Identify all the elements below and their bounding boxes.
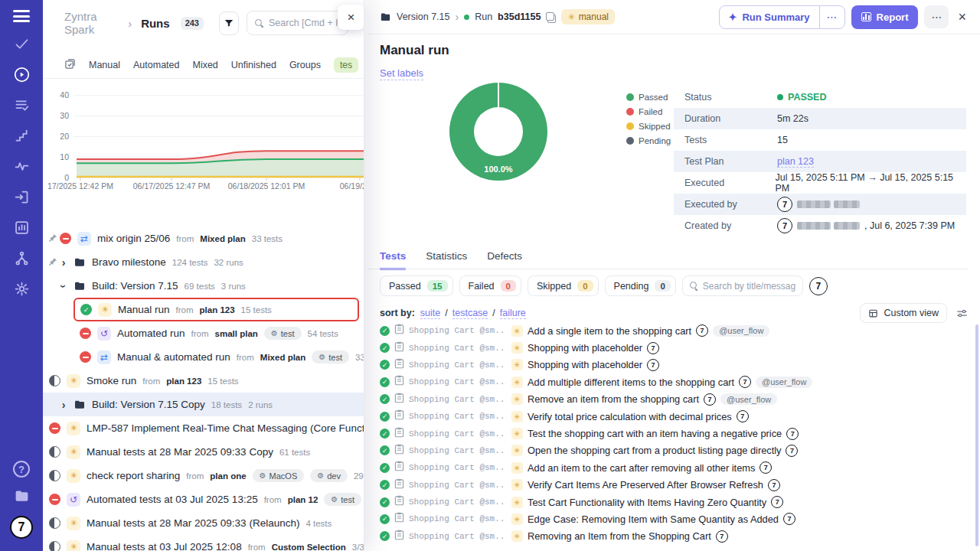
run-summary-more-button[interactable]: ⋯ xyxy=(819,6,844,28)
test-suite-label[interactable]: Shopping Cart @sm... xyxy=(409,395,507,404)
test-title[interactable]: Verify total price calculation with deci… xyxy=(528,411,732,422)
test-title[interactable]: Removing an Item from the Shopping Cart xyxy=(528,530,711,542)
run-plan[interactable]: plan 123 xyxy=(200,305,235,315)
test-title[interactable]: Remove an item from the shopping cart xyxy=(528,393,699,405)
test-search[interactable] xyxy=(682,276,803,296)
test-suite-label[interactable]: Shopping Cart @sm... xyxy=(409,344,507,353)
run-summary-button[interactable]: ✦ Run Summary xyxy=(720,11,819,23)
test-title[interactable]: Test the shopping cart with an item havi… xyxy=(528,428,782,439)
status-filter-chip[interactable]: Failed 0 xyxy=(459,276,521,296)
test-title[interactable]: Edge Case: Removing Item with Same Quant… xyxy=(528,514,779,525)
run-row[interactable]: ✳ Manual tests at 28 Mar 2025 09:33 (Rel… xyxy=(43,511,364,535)
set-labels-link[interactable]: Set labels xyxy=(380,67,423,80)
test-suite-label[interactable]: Shopping Cart @sm... xyxy=(409,514,507,523)
test-row[interactable]: ✓ Shopping Cart @sm... ✳ Verify Cart Ite… xyxy=(368,477,980,494)
test-row[interactable]: ✓ Shopping Cart @sm... ✳ Add a single it… xyxy=(368,322,980,339)
tab-statistics[interactable]: Statistics xyxy=(426,250,467,270)
import-icon[interactable] xyxy=(12,187,31,206)
report-button[interactable]: Report xyxy=(851,5,919,29)
run-plan[interactable]: small plan xyxy=(215,329,258,338)
breadcrumb-project[interactable]: Zyntra Spark xyxy=(64,10,119,36)
run-plan[interactable]: plan 123 xyxy=(166,377,201,386)
run-name[interactable]: Automated run xyxy=(117,328,185,339)
test-suite-label[interactable]: Shopping Cart @sm... xyxy=(409,429,507,439)
breadcrumb-folder[interactable]: Version 7.15 xyxy=(397,11,450,22)
runs-search-input[interactable] xyxy=(269,18,340,28)
test-row[interactable]: ✓ Shopping Cart @sm... ✳ Add multiple di… xyxy=(368,373,980,390)
run-row[interactable]: ✳ Smoke run from plan 123 15 tests xyxy=(43,369,364,393)
assignee-filter-avatar[interactable]: 7 xyxy=(809,277,828,295)
runs-icon[interactable] xyxy=(12,65,31,83)
test-row[interactable]: ✓ Shopping Cart @sm... ✳ Add an item to … xyxy=(368,459,980,476)
run-name[interactable]: check report sharing xyxy=(87,470,180,481)
run-id[interactable]: b35d1155 xyxy=(498,11,541,22)
run-row[interactable]: ✳ Manual tests at 03 Jul 2025 12:08 from… xyxy=(43,535,364,551)
test-plans-icon[interactable] xyxy=(12,96,31,114)
test-title[interactable]: Shopping with placeholder xyxy=(528,342,642,354)
status-filter-chip[interactable]: Pending 0 xyxy=(605,276,676,296)
tab-mixed[interactable]: Mixed xyxy=(192,60,217,70)
run-name[interactable]: Manual tests at 03 Jul 2025 12:08 xyxy=(87,541,242,551)
close-detail-icon[interactable]: × xyxy=(955,9,969,25)
test-title[interactable]: Add multiple different items to the shop… xyxy=(528,377,734,388)
test-suite-label[interactable]: Shopping Cart @sm... xyxy=(409,377,507,386)
test-suite-label[interactable]: Shopping Cart @sm... xyxy=(409,326,507,335)
reports-icon[interactable] xyxy=(12,218,31,236)
sort-option-link[interactable]: suite xyxy=(420,308,440,319)
run-plan[interactable]: plan 12 xyxy=(288,495,318,504)
copy-icon[interactable] xyxy=(546,12,556,22)
run-name[interactable]: Manual tests at 28 Mar 2025 09:33 (Relau… xyxy=(87,517,299,529)
run-row[interactable]: ⇄ mix origin 25/06 from Mixed plan 33 te… xyxy=(43,227,364,250)
select-all-icon[interactable] xyxy=(64,58,76,72)
run-name[interactable]: Build: Version 7.15 Copy xyxy=(92,399,205,410)
defects-icon[interactable] xyxy=(12,157,31,175)
custom-view-button[interactable]: Custom view xyxy=(860,303,947,323)
tests-scrollbar[interactable] xyxy=(975,324,978,546)
test-suite-label[interactable]: Shopping Cart @sm... xyxy=(409,412,507,421)
run-plan[interactable]: plan one xyxy=(210,471,246,481)
run-row[interactable]: › Bravo milestone 124 tests 32 runs xyxy=(43,250,364,274)
test-row[interactable]: ✓ Shopping Cart @sm... ✳ Open the shoppi… xyxy=(368,442,980,459)
sort-option-link[interactable]: testcase xyxy=(452,308,488,319)
tab-unfinished[interactable]: Unfinished xyxy=(231,60,276,70)
test-row[interactable]: ✓ Shopping Cart @sm... ✳ Shopping with p… xyxy=(368,357,980,373)
test-search-input[interactable] xyxy=(703,281,795,292)
run-name[interactable]: Smoke run xyxy=(87,375,136,386)
test-row[interactable]: ✓ Shopping Cart @sm... ✳ Remove an item … xyxy=(368,391,980,408)
test-suite-label[interactable]: Shopping Cart @sm... xyxy=(409,463,507,472)
run-name[interactable]: Bravo milestone xyxy=(92,256,166,268)
test-suite-label[interactable]: Shopping Cart @sm... xyxy=(409,497,507,507)
run-name[interactable]: Automated tests at 03 Jul 2025 13:25 xyxy=(87,494,258,505)
test-row[interactable]: ✓ Shopping Cart @sm... ✳ Test the shoppi… xyxy=(368,425,980,442)
test-row[interactable]: ✓ Shopping Cart @sm... ✳ Removing an Ite… xyxy=(368,528,980,545)
test-suite-label[interactable]: Shopping Cart @sm... xyxy=(409,532,507,541)
milestones-icon[interactable] xyxy=(12,126,31,145)
run-row[interactable]: ⇄ Manual & automated run from Mixed plan… xyxy=(43,345,364,369)
test-title[interactable]: Verify Cart Items Are Preserved After Br… xyxy=(528,479,763,491)
tag-chip-cut[interactable]: tes xyxy=(334,57,358,73)
run-name[interactable]: mix origin 25/06 xyxy=(97,233,170,244)
run-plan[interactable]: Custom Selection xyxy=(272,543,346,551)
test-cases-icon[interactable] xyxy=(12,34,31,53)
test-title[interactable]: Shopping with placeholder xyxy=(528,359,642,370)
chevron-icon[interactable]: › xyxy=(60,256,67,269)
test-title[interactable]: Add an item to the cart after removing a… xyxy=(528,462,755,474)
runs-search[interactable] xyxy=(247,11,348,35)
test-row[interactable]: ✓ Shopping Cart @sm... ✳ Shopping with p… xyxy=(368,339,980,356)
run-name[interactable]: LMP-587 Implement Real-Time Chat Messagi… xyxy=(87,422,364,434)
settings-gear-icon[interactable] xyxy=(12,279,31,298)
run-name[interactable]: Build: Version 7.15 xyxy=(92,280,178,292)
status-filter-chip[interactable]: Passed 15 xyxy=(380,276,453,296)
filter-button[interactable] xyxy=(219,11,239,35)
test-suite-label[interactable]: Shopping Cart @sm... xyxy=(409,481,507,490)
menu-icon[interactable] xyxy=(13,10,30,22)
chevron-icon[interactable]: › xyxy=(57,282,70,290)
test-row[interactable]: ✓ Shopping Cart @sm... ✳ Test Cart Funct… xyxy=(368,494,980,510)
test-row[interactable]: ✓ Shopping Cart @sm... ✳ Edge Case: Remo… xyxy=(368,510,980,527)
tab-tests[interactable]: Tests xyxy=(380,250,406,270)
test-suite-label[interactable]: Shopping Cart @sm... xyxy=(409,446,507,455)
run-plan[interactable]: Mixed plan xyxy=(200,234,245,243)
branch-icon[interactable] xyxy=(12,249,31,267)
run-row[interactable]: ✳ Manual run from plan 123 15 tests xyxy=(74,298,359,321)
run-row[interactable]: ✳ Manual tests at 28 Mar 2025 09:33 Copy… xyxy=(43,440,364,464)
